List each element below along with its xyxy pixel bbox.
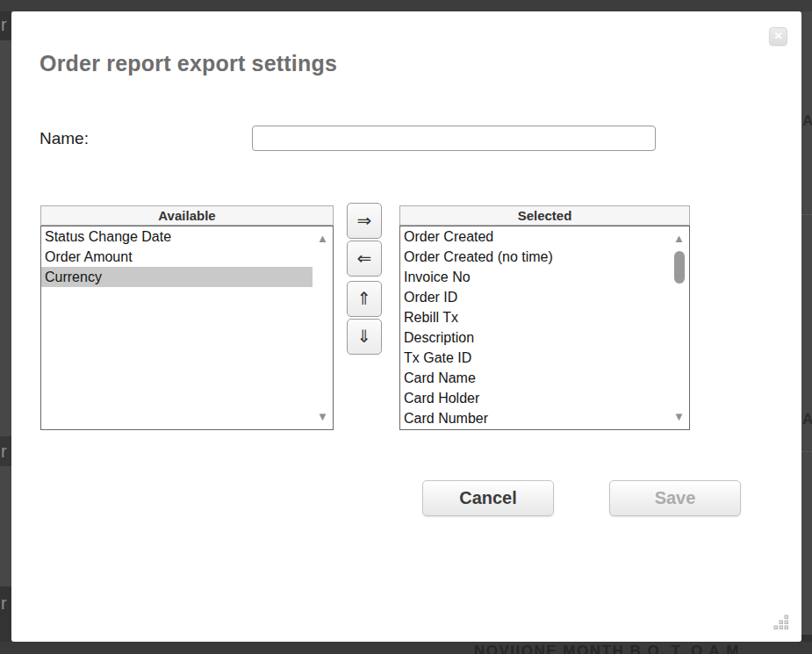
scrollbar-thumb[interactable] <box>674 251 685 284</box>
list-item[interactable]: Currency <box>41 267 313 287</box>
scroll-down-icon[interactable]: ▼ <box>672 411 686 423</box>
close-icon[interactable]: ✕ <box>769 27 787 46</box>
background-row: r <box>0 11 11 40</box>
scroll-down-icon[interactable]: ▼ <box>316 411 329 423</box>
move-right-button[interactable]: ⇒ <box>347 203 382 239</box>
list-item[interactable]: Order ID <box>400 287 669 307</box>
dialog-title: Order report export settings <box>40 51 337 76</box>
background-clipped-text: AN <box>802 411 812 428</box>
available-items: Status Change DateOrder AmountCurrency <box>41 226 333 287</box>
cancel-button[interactable]: Cancel <box>422 480 554 516</box>
background-bottom-strip: NOVIIONE MONTH B.O. T. O A.M <box>0 642 812 654</box>
background-divider <box>801 214 812 215</box>
list-item[interactable]: Tx Gate ID <box>400 348 669 368</box>
background-clipped-text: r <box>1 15 7 35</box>
list-item[interactable]: Invoice No <box>400 267 669 287</box>
background-clipped-text: r <box>1 593 7 614</box>
available-header: Available <box>40 205 334 226</box>
available-listbox[interactable]: Status Change DateOrder AmountCurrency ▲… <box>40 226 334 430</box>
selected-items: Order CreatedOrder Created (no time)Invo… <box>400 226 689 428</box>
export-settings-dialog: ✕ Order report export settings Name: Ava… <box>11 11 801 642</box>
list-item[interactable]: Card Name <box>400 368 669 388</box>
background-top-bar <box>0 0 812 11</box>
list-item[interactable]: Description <box>400 327 669 348</box>
name-input[interactable] <box>252 126 656 151</box>
resize-grip-icon[interactable] <box>773 614 789 630</box>
background-row: r <box>0 436 11 466</box>
list-item[interactable]: Card Number <box>400 408 669 428</box>
list-item[interactable]: Rebill Tx <box>400 307 669 327</box>
screen: r r r AN AN NOVIIONE MONTH B.O. T. O A.M… <box>0 0 812 654</box>
list-item[interactable]: Order Amount <box>41 247 313 267</box>
list-item[interactable]: Status Change Date <box>41 226 313 247</box>
name-label: Name: <box>40 129 89 148</box>
background-divider <box>801 451 812 452</box>
selected-listbox[interactable]: Order CreatedOrder Created (no time)Invo… <box>399 226 690 430</box>
scroll-up-icon[interactable]: ▲ <box>316 233 329 245</box>
list-item[interactable]: Card Holder <box>400 388 669 408</box>
move-left-button[interactable]: ⇐ <box>347 241 382 277</box>
selected-header: Selected <box>399 205 690 226</box>
move-down-button[interactable]: ⇓ <box>347 319 382 355</box>
move-up-button[interactable]: ⇑ <box>347 281 382 317</box>
list-item[interactable]: Order Created <box>400 226 669 247</box>
background-clipped-text: r <box>1 442 7 462</box>
save-button[interactable]: Save <box>609 480 741 516</box>
background-clipped-text: NOVIIONE MONTH B.O. T. O A.M <box>474 643 740 654</box>
background-clipped-text: AN <box>802 112 812 130</box>
scroll-up-icon[interactable]: ▲ <box>672 233 686 245</box>
list-item[interactable]: Order Created (no time) <box>400 247 669 267</box>
